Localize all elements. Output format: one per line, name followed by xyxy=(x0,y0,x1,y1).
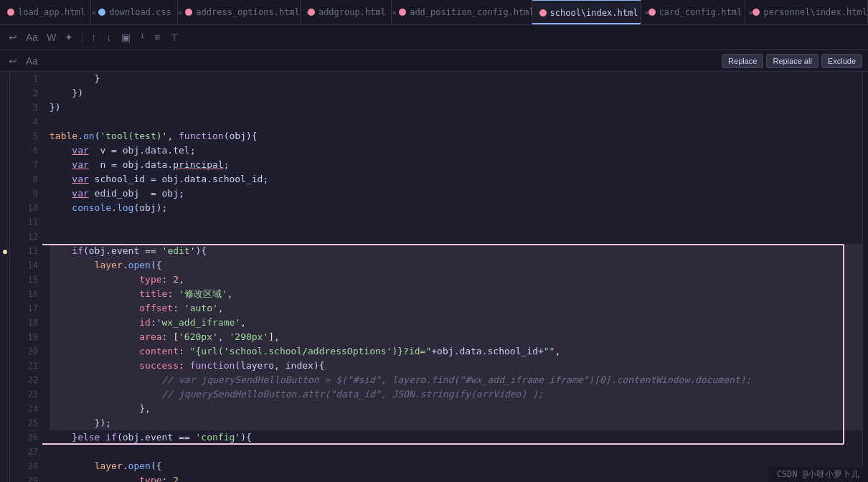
gutter-warning-icon: ● xyxy=(0,244,10,258)
font-size-button[interactable]: Aa xyxy=(23,30,41,44)
tab-load-app[interactable]: load_app.html ✕ xyxy=(0,0,91,24)
tab-icon-card-config xyxy=(648,9,656,16)
toolbar-row2: ↩ Aa Replace Replace all Exclude xyxy=(0,50,868,72)
gutter-line-15 xyxy=(0,273,10,287)
toolbar-navigation: ↩ Aa W ✦ xyxy=(6,30,76,44)
gutter-line-11 xyxy=(0,215,10,230)
tab-label-addgroup: addgroup.html xyxy=(319,7,386,17)
settings-button[interactable]: ✦ xyxy=(62,30,76,44)
tab-icon-address-options xyxy=(185,9,192,16)
code-line-1: } xyxy=(49,72,862,86)
editor-container: ● 1 2 3 4 5 6 7 8 9 10 11 12 13 14 15 16… xyxy=(0,72,868,482)
back-button[interactable]: ↩ xyxy=(6,30,20,44)
tab-addgroup[interactable]: addgroup.html ✕ xyxy=(301,0,392,24)
code-line-6: var v = obj.data.tel; xyxy=(49,143,862,158)
tab-label-add-position-config: add_position_config.html xyxy=(410,7,534,17)
case-toggle-button[interactable]: Aa xyxy=(23,54,41,68)
branding-watermark: CSDN @小呀小萝卜儿 xyxy=(768,467,868,482)
replace-button[interactable]: Replace xyxy=(722,54,763,68)
code-line-10: console.log(obj); xyxy=(49,201,862,215)
tab-bar: load_app.html ✕ download.css ✕ address_o… xyxy=(0,0,868,25)
code-line-18: id:'wx_add_iframe', xyxy=(49,316,862,330)
toolbar-row1: ↩ Aa W ✦ ↑ ↓ ▣ ¹ ≡ ⊤ xyxy=(0,25,868,50)
tab-icon-add-position-config xyxy=(399,9,406,16)
tab-personnel-index[interactable]: personnel\index.html ✕ xyxy=(745,0,868,24)
code-line-22: // var jquerySendHelloButton = $("#sid",… xyxy=(49,373,862,387)
code-line-25: }); xyxy=(49,416,862,430)
tab-icon-school-index xyxy=(539,9,547,16)
gutter-line-12 xyxy=(0,230,10,244)
gutter-line-7 xyxy=(0,158,10,172)
editor-gutter: ● xyxy=(0,72,10,482)
code-line-26: }else if(obj.event == 'config'){ xyxy=(49,430,862,445)
code-line-12 xyxy=(49,230,862,244)
tab-icon-download-css xyxy=(98,9,105,16)
tab-download-css[interactable]: download.css ✕ xyxy=(91,0,178,24)
code-line-24: }, xyxy=(49,402,862,416)
gutter-line-9 xyxy=(0,186,10,201)
tab-label-school-index: school\index.html xyxy=(550,8,638,18)
tab-icon-personnel-index xyxy=(753,9,760,16)
word-wrap-button[interactable]: W xyxy=(44,30,59,44)
replace-all-button[interactable]: Replace all xyxy=(766,54,818,68)
code-line-27 xyxy=(49,445,862,459)
gutter-line-4 xyxy=(0,115,10,129)
tab-label-load-app: load_app.html xyxy=(18,7,85,17)
code-line-7: var n = obj.data.principal; xyxy=(49,158,862,172)
code-line-21: success: function(layero, index){ xyxy=(49,359,862,373)
editor-minimap[interactable] xyxy=(862,72,868,482)
select-all-matches-button[interactable]: ▣ xyxy=(118,30,133,44)
tab-add-position-config[interactable]: add_position_config.html ✕ xyxy=(392,0,532,24)
code-line-14: layer.open({ xyxy=(49,258,862,273)
search-controls: ↑ ↓ ▣ ¹ ≡ ⊤ xyxy=(88,30,862,44)
gutter-line-5 xyxy=(0,129,10,143)
code-line-2: }) xyxy=(49,86,862,100)
gutter-line-17 xyxy=(0,301,10,316)
gutter-line-6 xyxy=(0,143,10,158)
tab-label-card-config: card_config.html xyxy=(659,7,742,17)
code-editor[interactable]: } }) }) table.on('tool(test)', function(… xyxy=(42,72,862,482)
match-count-button[interactable]: ¹ xyxy=(138,30,147,44)
tab-icon-load-app xyxy=(7,9,14,16)
code-line-28: layer.open({ xyxy=(49,459,862,473)
filter-button[interactable]: ⊤ xyxy=(167,30,181,44)
code-line-4 xyxy=(49,115,862,129)
gutter-line-20 xyxy=(0,344,10,359)
prev-match-button[interactable]: ↑ xyxy=(88,30,99,44)
branding-text: CSDN @小呀小萝卜儿 xyxy=(777,468,859,481)
tab-icon-addgroup xyxy=(308,9,315,16)
next-match-button[interactable]: ↓ xyxy=(103,30,114,44)
gutter-line-8 xyxy=(0,172,10,186)
code-line-8: var school_id = obj.data.school_id; xyxy=(49,172,862,186)
code-line-19: area: ['620px', '290px'], xyxy=(49,330,862,344)
exclude-button[interactable]: Exclude xyxy=(821,54,862,68)
code-line-23: // jquerySendHelloButton.attr("data_id",… xyxy=(49,387,862,402)
code-line-15: type: 2, xyxy=(49,273,862,287)
case-sensitive-button[interactable]: ≡ xyxy=(151,30,163,44)
gutter-line-3 xyxy=(0,100,10,115)
gutter-line-2 xyxy=(0,86,10,100)
gutter-line-14 xyxy=(0,258,10,273)
line-numbers: 1 2 3 4 5 6 7 8 9 10 11 12 13 14 15 16 1… xyxy=(10,72,42,482)
gutter-line-10 xyxy=(0,201,10,215)
code-line-29: type: 2, xyxy=(49,473,862,482)
tab-label-address-options: address_options.html xyxy=(196,7,300,17)
replace-toggle-button[interactable]: ↩ xyxy=(6,54,20,68)
tab-card-config[interactable]: card_config.html ✕ xyxy=(641,0,746,24)
tab-label-personnel-index: personnel\index.html xyxy=(763,7,867,17)
code-line-11 xyxy=(49,215,862,230)
gutter-line-19 xyxy=(0,330,10,344)
gutter-line-1 xyxy=(0,72,10,86)
tab-school-index[interactable]: school\index.html ✕ xyxy=(532,0,641,24)
gutter-line-18 xyxy=(0,316,10,330)
tab-label-download-css: download.css xyxy=(109,7,171,17)
toolbar-separator-1 xyxy=(82,32,82,43)
code-line-3: }) xyxy=(49,100,862,115)
code-line-20: content: "{url('school.school/addressOpt… xyxy=(49,344,862,359)
code-line-9: var edid_obj = obj; xyxy=(49,186,862,201)
gutter-line-16 xyxy=(0,287,10,301)
code-line-5: table.on('tool(test)', function(obj){ xyxy=(49,129,862,143)
code-line-16: title: '修改区域', xyxy=(49,287,862,301)
code-line-13: if(obj.event == 'edit'){ xyxy=(49,244,862,258)
tab-address-options[interactable]: address_options.html ✕ xyxy=(178,0,301,24)
